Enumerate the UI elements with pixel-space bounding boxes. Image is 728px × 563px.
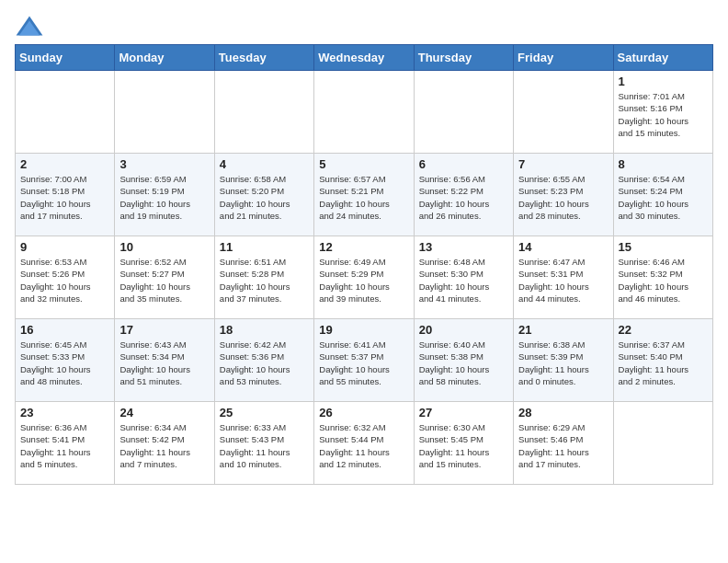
day-number: 11 (220, 240, 309, 254)
day-number: 4 (220, 157, 309, 171)
day-info: Sunrise: 6:29 AM Sunset: 5:46 PM Dayligh… (518, 421, 608, 470)
day-cell: 24Sunrise: 6:34 AM Sunset: 5:42 PM Dayli… (115, 402, 214, 485)
week-row-4: 16Sunrise: 6:45 AM Sunset: 5:33 PM Dayli… (16, 319, 713, 402)
day-cell: 7Sunrise: 6:55 AM Sunset: 5:23 PM Daylig… (514, 154, 613, 236)
day-info: Sunrise: 6:53 AM Sunset: 5:26 PM Dayligh… (20, 256, 109, 304)
day-info: Sunrise: 6:32 AM Sunset: 5:44 PM Dayligh… (319, 421, 408, 470)
logo-icon (15, 15, 44, 37)
day-cell: 25Sunrise: 6:33 AM Sunset: 5:43 PM Dayli… (214, 402, 313, 485)
week-row-5: 23Sunrise: 6:36 AM Sunset: 5:41 PM Dayli… (16, 402, 713, 485)
day-cell: 19Sunrise: 6:41 AM Sunset: 5:37 PM Dayli… (314, 319, 414, 402)
day-number: 23 (20, 406, 109, 419)
day-info: Sunrise: 6:55 AM Sunset: 5:23 PM Dayligh… (518, 173, 608, 222)
day-cell: 3Sunrise: 6:59 AM Sunset: 5:19 PM Daylig… (115, 154, 214, 236)
day-cell: 12Sunrise: 6:49 AM Sunset: 5:29 PM Dayli… (314, 236, 414, 319)
day-info: Sunrise: 6:46 AM Sunset: 5:32 PM Dayligh… (619, 256, 708, 304)
day-number: 20 (419, 323, 508, 337)
day-cell: 20Sunrise: 6:40 AM Sunset: 5:38 PM Dayli… (414, 319, 513, 402)
day-cell: 1Sunrise: 7:01 AM Sunset: 5:16 PM Daylig… (613, 71, 712, 154)
day-info: Sunrise: 6:54 AM Sunset: 5:24 PM Dayligh… (619, 173, 708, 222)
day-number: 1 (619, 75, 708, 88)
day-number: 2 (20, 157, 109, 171)
day-info: Sunrise: 6:52 AM Sunset: 5:27 PM Dayligh… (119, 256, 209, 304)
day-number: 18 (220, 323, 309, 337)
day-header-tuesday: Tuesday (214, 45, 313, 71)
day-number: 21 (518, 323, 608, 337)
day-cell: 14Sunrise: 6:47 AM Sunset: 5:31 PM Dayli… (514, 236, 613, 319)
day-cell: 15Sunrise: 6:46 AM Sunset: 5:32 PM Dayli… (613, 236, 712, 319)
day-cell: 13Sunrise: 6:48 AM Sunset: 5:30 PM Dayli… (414, 236, 513, 319)
day-info: Sunrise: 6:43 AM Sunset: 5:34 PM Dayligh… (119, 339, 209, 387)
day-cell (314, 71, 414, 154)
day-cell: 9Sunrise: 6:53 AM Sunset: 5:26 PM Daylig… (16, 236, 115, 319)
day-info: Sunrise: 6:51 AM Sunset: 5:28 PM Dayligh… (220, 256, 309, 304)
day-cell: 4Sunrise: 6:58 AM Sunset: 5:20 PM Daylig… (214, 154, 313, 236)
day-cell: 6Sunrise: 6:56 AM Sunset: 5:22 PM Daylig… (414, 154, 513, 236)
day-number: 27 (419, 406, 508, 419)
day-cell: 10Sunrise: 6:52 AM Sunset: 5:27 PM Dayli… (115, 236, 214, 319)
week-row-3: 9Sunrise: 6:53 AM Sunset: 5:26 PM Daylig… (16, 236, 713, 319)
day-info: Sunrise: 6:48 AM Sunset: 5:30 PM Dayligh… (419, 256, 508, 304)
day-cell (514, 71, 613, 154)
day-info: Sunrise: 6:37 AM Sunset: 5:40 PM Dayligh… (619, 339, 708, 387)
day-cell (414, 71, 513, 154)
day-number: 25 (220, 406, 309, 419)
day-info: Sunrise: 6:41 AM Sunset: 5:37 PM Dayligh… (319, 339, 408, 387)
day-number: 19 (319, 323, 408, 337)
day-number: 13 (419, 240, 508, 254)
day-info: Sunrise: 7:00 AM Sunset: 5:18 PM Dayligh… (20, 173, 109, 222)
day-number: 7 (518, 157, 608, 171)
day-number: 12 (319, 240, 408, 254)
day-number: 10 (119, 240, 209, 254)
day-cell: 26Sunrise: 6:32 AM Sunset: 5:44 PM Dayli… (314, 402, 414, 485)
week-row-2: 2Sunrise: 7:00 AM Sunset: 5:18 PM Daylig… (16, 154, 713, 236)
day-cell: 2Sunrise: 7:00 AM Sunset: 5:18 PM Daylig… (16, 154, 115, 236)
day-number: 17 (119, 323, 209, 337)
day-info: Sunrise: 6:58 AM Sunset: 5:20 PM Dayligh… (220, 173, 309, 222)
day-cell: 17Sunrise: 6:43 AM Sunset: 5:34 PM Dayli… (115, 319, 214, 402)
day-cell: 23Sunrise: 6:36 AM Sunset: 5:41 PM Dayli… (16, 402, 115, 485)
day-header-friday: Friday (514, 45, 613, 71)
day-cell: 16Sunrise: 6:45 AM Sunset: 5:33 PM Dayli… (16, 319, 115, 402)
day-number: 5 (319, 157, 408, 171)
day-number: 8 (619, 157, 708, 171)
day-info: Sunrise: 6:38 AM Sunset: 5:39 PM Dayligh… (518, 339, 608, 387)
day-info: Sunrise: 6:45 AM Sunset: 5:33 PM Dayligh… (20, 339, 109, 387)
day-number: 15 (619, 240, 708, 254)
day-header-thursday: Thursday (414, 45, 513, 71)
day-number: 22 (619, 323, 708, 337)
day-cell (115, 71, 214, 154)
day-cell: 5Sunrise: 6:57 AM Sunset: 5:21 PM Daylig… (314, 154, 414, 236)
day-cell: 27Sunrise: 6:30 AM Sunset: 5:45 PM Dayli… (414, 402, 513, 485)
calendar-table: SundayMondayTuesdayWednesdayThursdayFrid… (15, 44, 713, 485)
day-number: 3 (119, 157, 209, 171)
day-info: Sunrise: 6:42 AM Sunset: 5:36 PM Dayligh… (220, 339, 309, 387)
day-header-wednesday: Wednesday (314, 45, 414, 71)
day-number: 28 (518, 406, 608, 419)
day-cell (613, 402, 712, 485)
day-cell (16, 71, 115, 154)
day-cell: 11Sunrise: 6:51 AM Sunset: 5:28 PM Dayli… (214, 236, 313, 319)
day-number: 14 (518, 240, 608, 254)
day-number: 6 (419, 157, 508, 171)
day-number: 9 (20, 240, 109, 254)
day-info: Sunrise: 6:40 AM Sunset: 5:38 PM Dayligh… (419, 339, 508, 387)
day-info: Sunrise: 6:49 AM Sunset: 5:29 PM Dayligh… (319, 256, 408, 304)
week-row-1: 1Sunrise: 7:01 AM Sunset: 5:16 PM Daylig… (16, 71, 713, 154)
page-header (15, 15, 713, 37)
day-cell: 18Sunrise: 6:42 AM Sunset: 5:36 PM Dayli… (214, 319, 313, 402)
day-number: 26 (319, 406, 408, 419)
day-number: 16 (20, 323, 109, 337)
day-header-monday: Monday (115, 45, 214, 71)
day-info: Sunrise: 6:57 AM Sunset: 5:21 PM Dayligh… (319, 173, 408, 222)
day-info: Sunrise: 6:34 AM Sunset: 5:42 PM Dayligh… (119, 421, 209, 470)
day-info: Sunrise: 6:36 AM Sunset: 5:41 PM Dayligh… (20, 421, 109, 470)
day-cell: 21Sunrise: 6:38 AM Sunset: 5:39 PM Dayli… (514, 319, 613, 402)
day-cell: 22Sunrise: 6:37 AM Sunset: 5:40 PM Dayli… (613, 319, 712, 402)
day-cell (214, 71, 313, 154)
logo (15, 15, 48, 37)
day-info: Sunrise: 7:01 AM Sunset: 5:16 PM Dayligh… (619, 90, 708, 139)
days-header-row: SundayMondayTuesdayWednesdayThursdayFrid… (16, 45, 713, 71)
day-info: Sunrise: 6:59 AM Sunset: 5:19 PM Dayligh… (119, 173, 209, 222)
day-header-sunday: Sunday (16, 45, 115, 71)
